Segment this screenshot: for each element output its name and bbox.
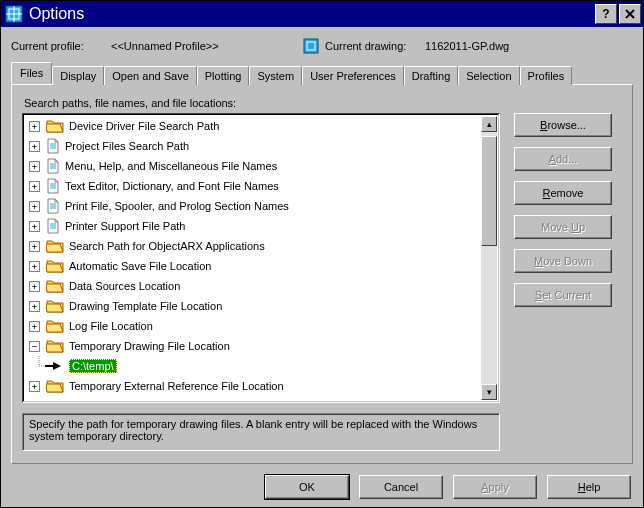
expand-icon[interactable]: +: [29, 241, 40, 252]
tree-node-label[interactable]: C:\temp\: [69, 359, 117, 373]
tree-node-label[interactable]: Search Path for ObjectARX Applications: [69, 240, 265, 252]
tree-node-label[interactable]: Temporary Drawing File Location: [69, 340, 230, 352]
tree-scrollbar[interactable]: ▴ ▾: [481, 116, 497, 400]
tab-strip: FilesDisplayOpen and SavePlottingSystemU…: [11, 63, 633, 84]
app-icon: [3, 3, 25, 25]
expand-icon[interactable]: +: [29, 121, 40, 132]
drawing-icon: [301, 38, 321, 54]
tree-node[interactable]: +Texture Maps Search Path: [25, 396, 481, 400]
tree-node[interactable]: +Temporary External Reference File Locat…: [25, 376, 481, 396]
scroll-down-icon[interactable]: ▾: [481, 384, 497, 400]
svg-rect-6: [304, 39, 318, 53]
tree-node-label[interactable]: Printer Support File Path: [65, 220, 185, 232]
tree-node-label[interactable]: Log File Location: [69, 320, 153, 332]
expand-icon[interactable]: +: [29, 161, 40, 172]
tree-node-label[interactable]: Data Sources Location: [69, 280, 180, 292]
help-button[interactable]: ?: [595, 4, 617, 24]
remove-button[interactable]: Remove: [514, 181, 612, 205]
tree-node[interactable]: +Device Driver File Search Path: [25, 116, 481, 136]
tree-node[interactable]: C:\temp\: [25, 356, 481, 376]
current-profile-value: <<Unnamed Profile>>: [111, 40, 301, 52]
description-box: Specify the path for temporary drawing f…: [22, 413, 500, 451]
tab-panel-files: Search paths, file names, and file locat…: [11, 84, 633, 464]
tree-node-label[interactable]: Menu, Help, and Miscellaneous File Names: [65, 160, 277, 172]
tree-node[interactable]: +Text Editor, Dictionary, and Font File …: [25, 176, 481, 196]
tree-node-label[interactable]: Project Files Search Path: [65, 140, 189, 152]
set-current-button[interactable]: Set Current: [514, 283, 612, 307]
tree-node[interactable]: +Log File Location: [25, 316, 481, 336]
ok-button[interactable]: OK: [265, 475, 349, 499]
tree-node[interactable]: +Data Sources Location: [25, 276, 481, 296]
tree-node[interactable]: +Project Files Search Path: [25, 136, 481, 156]
add-button[interactable]: Add...: [514, 147, 612, 171]
panel-heading: Search paths, file names, and file locat…: [24, 97, 622, 109]
tree-node-label[interactable]: Drawing Template File Location: [69, 300, 222, 312]
current-drawing-label: Current drawing:: [325, 40, 425, 52]
tree-node[interactable]: +Search Path for ObjectARX Applications: [25, 236, 481, 256]
move-up-button[interactable]: Move Up: [514, 215, 612, 239]
collapse-icon[interactable]: −: [29, 341, 40, 352]
tree-node[interactable]: +Menu, Help, and Miscellaneous File Name…: [25, 156, 481, 176]
tree-node-label[interactable]: Print File, Spooler, and Prolog Section …: [65, 200, 289, 212]
tab-selection[interactable]: Selection: [458, 66, 519, 85]
tree-node-label[interactable]: Device Driver File Search Path: [69, 120, 219, 132]
profile-bar: Current profile: <<Unnamed Profile>> Cur…: [11, 35, 633, 57]
tree-node[interactable]: +Print File, Spooler, and Prolog Section…: [25, 196, 481, 216]
tab-profiles[interactable]: Profiles: [520, 66, 573, 85]
paths-tree[interactable]: +Device Driver File Search Path+Project …: [22, 113, 500, 403]
apply-button[interactable]: Apply: [453, 475, 537, 499]
expand-icon[interactable]: +: [29, 201, 40, 212]
tab-files[interactable]: Files: [11, 62, 52, 84]
tree-node[interactable]: −Temporary Drawing File Location: [25, 336, 481, 356]
current-drawing-value: 1162011-GP.dwg: [425, 40, 633, 52]
tab-open-and-save[interactable]: Open and Save: [104, 66, 196, 85]
tab-drafting[interactable]: Drafting: [404, 66, 459, 85]
window-title: Options: [29, 5, 593, 23]
expand-icon[interactable]: +: [29, 261, 40, 272]
tree-node-label[interactable]: Text Editor, Dictionary, and Font File N…: [65, 180, 279, 192]
tree-node-label[interactable]: Temporary External Reference File Locati…: [69, 380, 284, 392]
move-down-button[interactable]: Move Down: [514, 249, 612, 273]
tab-plotting[interactable]: Plotting: [197, 66, 250, 85]
tree-branch-icon: [35, 356, 69, 376]
tab-system[interactable]: System: [249, 66, 302, 85]
cancel-button[interactable]: Cancel: [359, 475, 443, 499]
tree-node-label[interactable]: Automatic Save File Location: [69, 260, 211, 272]
expand-icon[interactable]: +: [29, 141, 40, 152]
scroll-up-icon[interactable]: ▴: [481, 116, 497, 132]
tree-node[interactable]: +Automatic Save File Location: [25, 256, 481, 276]
expand-icon[interactable]: +: [29, 181, 40, 192]
close-button[interactable]: [619, 4, 641, 24]
scroll-track[interactable]: [481, 132, 497, 384]
expand-icon[interactable]: +: [29, 221, 40, 232]
tab-user-preferences[interactable]: User Preferences: [302, 66, 404, 85]
expand-icon[interactable]: +: [29, 281, 40, 292]
help-button-bottom[interactable]: Help: [547, 475, 631, 499]
tree-node[interactable]: +Printer Support File Path: [25, 216, 481, 236]
browse-button[interactable]: Browse...: [514, 113, 612, 137]
expand-icon[interactable]: +: [29, 301, 40, 312]
tree-node[interactable]: +Drawing Template File Location: [25, 296, 481, 316]
expand-icon[interactable]: +: [29, 381, 40, 392]
titlebar: Options ?: [1, 1, 643, 27]
current-profile-label: Current profile:: [11, 40, 111, 52]
tab-display[interactable]: Display: [52, 66, 104, 85]
expand-icon[interactable]: +: [29, 321, 40, 332]
scroll-thumb[interactable]: [481, 136, 497, 246]
